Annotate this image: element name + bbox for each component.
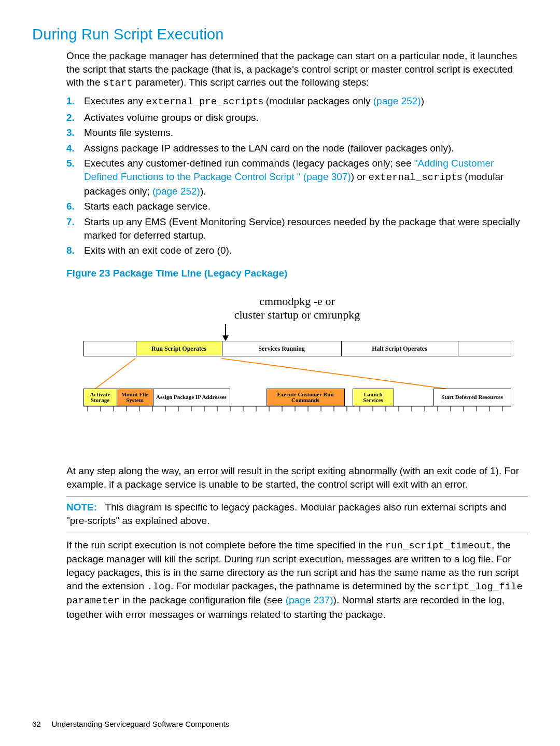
box-start-deferred: Start Deferred Resources xyxy=(433,389,511,406)
timeline-bottom-bar: Activate Storage Mount File System Assig… xyxy=(83,389,511,406)
step-number: 5. xyxy=(66,157,84,198)
figure-caption: Figure 23 Package Time Line (Legacy Pack… xyxy=(66,268,528,279)
page-link[interactable]: (page 237) xyxy=(286,595,333,605)
segment-services-running: Services Running xyxy=(222,341,342,356)
step-text: Executes any customer-defined run comman… xyxy=(84,157,528,198)
timeline-ticks xyxy=(83,405,511,412)
segment-halt-script: Halt Script Operates xyxy=(342,341,458,356)
intro-code-start: start xyxy=(103,77,133,89)
timeline-diagram: cmmodpkg -e or cluster startup or cmrunp… xyxy=(83,295,511,412)
step-number: 6. xyxy=(66,200,84,213)
post-figure-paragraph: At any step along the way, an error will… xyxy=(66,464,528,491)
page-footer: 62 Understanding Serviceguard Software C… xyxy=(32,720,229,728)
box-assign-ip: Assign Package IP Addresses xyxy=(153,389,230,406)
box-activate-storage: Activate Storage xyxy=(83,389,117,406)
step-number: 4. xyxy=(66,142,84,155)
step-number: 1. xyxy=(66,94,84,109)
step-text: Mounts file systems. xyxy=(84,126,528,140)
note-block: NOTE: This diagram is specific to legacy… xyxy=(66,496,528,532)
step-text: Starts up any EMS (Event Monitoring Serv… xyxy=(84,215,528,242)
step-text: Activates volume groups or disk groups. xyxy=(84,111,528,125)
step-number: 2. xyxy=(66,111,84,125)
box-mount-file-system: Mount File System xyxy=(117,389,153,406)
step-number: 7. xyxy=(66,215,84,242)
box-launch-services: Launch Services xyxy=(353,389,394,406)
segment-run-script: Run Script Operates xyxy=(136,341,222,356)
diagram-title-2: cluster startup or cmrunpkg xyxy=(83,308,511,322)
intro-text-2: parameter). This script carries out the … xyxy=(133,77,369,88)
step-text: Assigns package IP addresses to the LAN … xyxy=(84,142,528,155)
note-label: NOTE: xyxy=(66,502,97,513)
timeline-top-bar: Run Script Operates Services Running Hal… xyxy=(83,341,511,356)
section-heading: During Run Script Execution xyxy=(32,26,528,43)
page-link[interactable]: (page 252) xyxy=(152,186,200,197)
diagram-title-1: cmmodpkg -e or xyxy=(83,295,511,308)
step-text: Executes any external_pre_scripts (modul… xyxy=(84,94,528,109)
box-execute-commands: Execute Customer Run Commands xyxy=(267,389,345,406)
final-paragraph: If the run script execution is not compl… xyxy=(66,538,528,621)
step-number: 3. xyxy=(66,126,84,140)
note-text: This diagram is specific to legacy packa… xyxy=(66,502,507,526)
svg-marker-1 xyxy=(222,335,229,341)
page-link[interactable]: (page 252) xyxy=(373,95,421,106)
step-text: Starts each package service. xyxy=(84,200,528,213)
step-text: Exits with an exit code of zero (0). xyxy=(84,244,528,257)
page-number: 62 xyxy=(32,720,41,728)
arrow-down-icon xyxy=(221,324,230,341)
footer-title: Understanding Serviceguard Software Comp… xyxy=(52,720,230,728)
step-number: 8. xyxy=(66,244,84,257)
steps-list: 1. Executes any external_pre_scripts (mo… xyxy=(66,94,528,257)
intro-paragraph: Once the package manager has determined … xyxy=(66,49,528,90)
